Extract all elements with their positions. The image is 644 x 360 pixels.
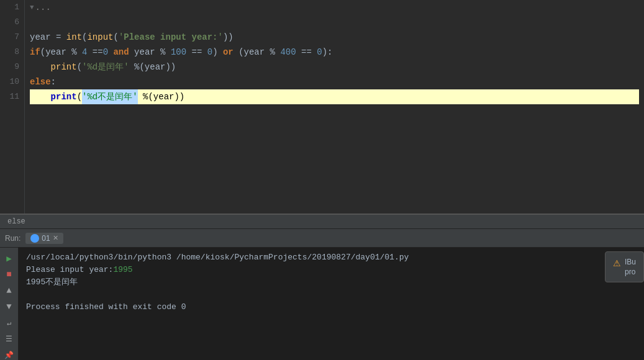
run-panel: Run: 01 ✕ ▶ ■ ▲ ▼ ↵ ☰ 📌 ⚖ ✖ /usr/local/p… [0, 229, 644, 360]
code-line-8: if (year % 4 == 0 and year % 100 == 0 ) … [30, 45, 639, 60]
output-finished-line: Process finished with exit code 0 [26, 301, 637, 313]
python-icon [30, 234, 39, 243]
run-tab-bar: Run: 01 ✕ [0, 229, 644, 248]
code-line-empty8 [30, 209, 639, 214]
code-line-7: year = int ( input ( 'Please input year:… [30, 30, 639, 45]
output-result-line: 1995不是闰年 [26, 276, 637, 289]
warning-icon: ⚠ [613, 257, 621, 269]
code-line-6 [30, 15, 639, 30]
code-line-empty [30, 104, 639, 119]
pin-button[interactable]: 📌 [2, 348, 16, 360]
tab-close-icon[interactable]: ✕ [53, 234, 58, 242]
code-dots: ... [35, 0, 51, 15]
scroll-up-button[interactable]: ▲ [2, 284, 16, 297]
scroll-down-button[interactable]: ▼ [2, 300, 16, 313]
line-num-8: 8 [5, 45, 19, 60]
line-num-6: 6 [5, 15, 19, 30]
notification-popup: ⚠ IBupro [605, 251, 644, 282]
input-value: 1995 [113, 265, 132, 274]
editor-area: 1 6 7 8 9 10 11 ▼ ... year = int ( input… [0, 0, 644, 214]
run-output: /usr/local/python3/bin/python3 /home/kio… [19, 248, 644, 360]
output-input-line: Please input year:1995 [26, 264, 637, 276]
fold-btn-1[interactable]: ▼ [30, 0, 34, 15]
run-tab-01[interactable]: 01 ✕ [25, 233, 63, 244]
code-line-empty6 [30, 179, 639, 194]
line-num-10: 10 [5, 74, 19, 89]
notification-text: IBupro [625, 257, 636, 277]
code-line-11: print ( '%d不是闰年' %(year)) [30, 89, 639, 104]
line-num-11: 11 [5, 89, 19, 104]
tab-name: 01 [42, 234, 50, 243]
line-num-9: 9 [5, 60, 19, 74]
code-line-1: ▼ ... [30, 0, 639, 15]
run-label: Run: [5, 234, 20, 243]
code-line-empty4 [30, 149, 639, 164]
code-line-empty5 [30, 164, 639, 179]
output-blank-line [26, 289, 637, 301]
stop-button[interactable]: ■ [2, 268, 16, 281]
run-button[interactable]: ▶ [2, 251, 16, 265]
run-toolbar: ▶ ■ ▲ ▼ ↵ ☰ 📌 ⚖ ✖ [0, 248, 19, 360]
wrap-button[interactable]: ↵ [2, 316, 16, 330]
line-numbers: 1 6 7 8 9 10 11 [0, 0, 25, 214]
code-line-empty7 [30, 194, 639, 209]
code-line-empty3 [30, 134, 639, 149]
run-content-area: ▶ ■ ▲ ▼ ↵ ☰ 📌 ⚖ ✖ /usr/local/python3/bin… [0, 248, 644, 360]
code-line-empty2 [30, 119, 639, 134]
line-num-1: 1 [5, 0, 19, 15]
editor-status-bar: else [0, 214, 644, 229]
code-content: ▼ ... year = int ( input ( 'Please input… [25, 0, 644, 214]
line-num-7: 7 [5, 30, 19, 45]
code-line-9: print ( '%d是闰年' %(year)) [30, 60, 639, 74]
status-text: else [7, 217, 25, 226]
code-line-10: else : [30, 74, 639, 89]
output-cmd-line: /usr/local/python3/bin/python3 /home/kio… [26, 251, 637, 264]
settings-button[interactable]: ☰ [2, 332, 16, 346]
